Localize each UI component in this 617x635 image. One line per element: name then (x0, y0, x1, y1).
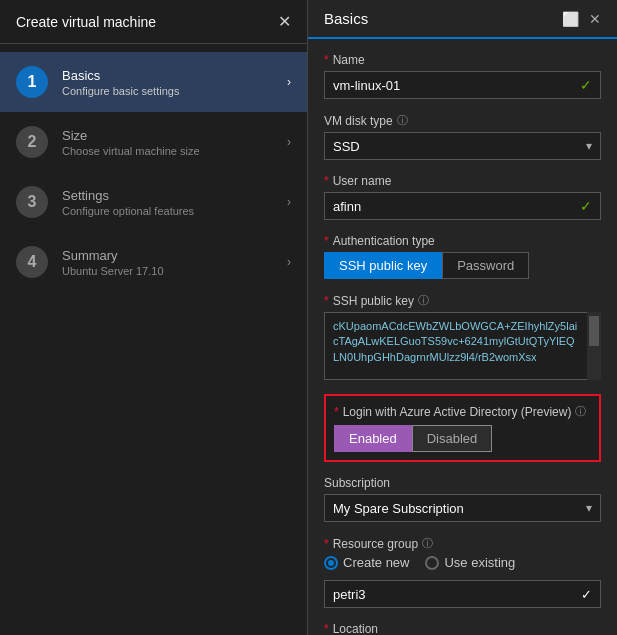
name-check-icon: ✓ (580, 77, 592, 93)
step-number-1: 1 (16, 66, 48, 98)
ssh-key-info-icon[interactable]: ⓘ (418, 293, 429, 308)
right-panel: Basics ⬜ ✕ * Name vm-linux-01 ✓ VM disk … (308, 0, 617, 635)
right-header: Basics ⬜ ✕ (308, 0, 617, 39)
aad-disabled-button[interactable]: Disabled (412, 425, 493, 452)
auth-type-label-text: Authentication type (333, 234, 435, 248)
username-value: afinn (333, 199, 361, 214)
create-new-radio-label: Create new (343, 555, 409, 570)
ssh-scroll-thumb (589, 316, 599, 346)
step-subtitle-4: Ubuntu Server 17.10 (62, 265, 287, 277)
vm-disk-type-label-text: VM disk type (324, 114, 393, 128)
subscription-select[interactable]: My Spare Subscription ▾ (324, 494, 601, 522)
left-panel-title: Create virtual machine (16, 14, 156, 30)
aad-label: * Login with Azure Active Directory (Pre… (334, 404, 591, 419)
step-number-3: 3 (16, 186, 48, 218)
resource-group-radio-group: Create new Use existing (324, 555, 601, 570)
subscription-value: My Spare Subscription (333, 501, 464, 516)
step-subtitle-2: Choose virtual machine size (62, 145, 287, 157)
right-header-actions: ⬜ ✕ (562, 11, 601, 27)
subscription-group: Subscription My Spare Subscription ▾ (324, 476, 601, 522)
step-item-summary[interactable]: 4 Summary Ubuntu Server 17.10 › (0, 232, 307, 292)
step-item-basics[interactable]: 1 Basics Configure basic settings › (0, 52, 307, 112)
username-input[interactable]: afinn ✓ (324, 192, 601, 220)
ssh-public-key-button[interactable]: SSH public key (324, 252, 442, 279)
subscription-label: Subscription (324, 476, 601, 490)
subscription-chevron-icon: ▾ (586, 501, 592, 515)
aad-info-icon[interactable]: ⓘ (575, 404, 586, 419)
step-title-1: Basics (62, 68, 287, 83)
step-list: 1 Basics Configure basic settings › 2 Si… (0, 44, 307, 635)
step-item-settings[interactable]: 3 Settings Configure optional features › (0, 172, 307, 232)
step-subtitle-1: Configure basic settings (62, 85, 287, 97)
ssh-scrollbar[interactable] (587, 312, 601, 380)
vm-disk-type-chevron-icon: ▾ (586, 139, 592, 153)
auth-type-required-star: * (324, 234, 329, 248)
right-panel-title: Basics (324, 10, 368, 27)
aad-buttons-group: Enabled Disabled (334, 425, 591, 452)
ssh-key-wrapper: cKUpaomACdcEWbZWLbOWGCA+ZEIhyhlZy5laicTA… (324, 312, 601, 380)
use-existing-radio[interactable]: Use existing (425, 555, 515, 570)
step-info-1: Basics Configure basic settings (62, 68, 287, 97)
vm-disk-type-group: VM disk type ⓘ SSD ▾ (324, 113, 601, 160)
create-new-radio-circle (324, 556, 338, 570)
left-panel: Create virtual machine ✕ 1 Basics Config… (0, 0, 308, 635)
step-chevron-2: › (287, 135, 291, 149)
ssh-key-group: * SSH public key ⓘ cKUpaomACdcEWbZWLbOWG… (324, 293, 601, 380)
resource-group-value: petri3 (333, 587, 366, 602)
form-scroll: * Name vm-linux-01 ✓ VM disk type ⓘ SSD … (308, 39, 617, 635)
username-required-star: * (324, 174, 329, 188)
ssh-key-label-text: SSH public key (333, 294, 414, 308)
auth-buttons-group: SSH public key Password (324, 252, 601, 279)
create-new-radio[interactable]: Create new (324, 555, 409, 570)
aad-enabled-button[interactable]: Enabled (334, 425, 412, 452)
vm-disk-type-label: VM disk type ⓘ (324, 113, 601, 128)
name-label: * Name (324, 53, 601, 67)
left-panel-close-button[interactable]: ✕ (278, 12, 291, 31)
name-required-star: * (324, 53, 329, 67)
location-group: * Location North Europe ▾ (324, 622, 601, 635)
use-existing-radio-circle (425, 556, 439, 570)
step-chevron-4: › (287, 255, 291, 269)
name-value: vm-linux-01 (333, 78, 400, 93)
ssh-key-required-star: * (324, 294, 329, 308)
use-existing-radio-label: Use existing (444, 555, 515, 570)
step-number-2: 2 (16, 126, 48, 158)
step-title-2: Size (62, 128, 287, 143)
auth-type-group: * Authentication type SSH public key Pas… (324, 234, 601, 279)
vm-disk-type-value: SSD (333, 139, 360, 154)
step-info-3: Settings Configure optional features (62, 188, 287, 217)
auth-type-label: * Authentication type (324, 234, 601, 248)
username-check-icon: ✓ (580, 198, 592, 214)
username-group: * User name afinn ✓ (324, 174, 601, 220)
location-label: * Location (324, 622, 601, 635)
aad-label-text: Login with Azure Active Directory (Previ… (343, 405, 572, 419)
subscription-label-text: Subscription (324, 476, 390, 490)
name-input[interactable]: vm-linux-01 ✓ (324, 71, 601, 99)
name-label-text: Name (333, 53, 365, 67)
step-subtitle-3: Configure optional features (62, 205, 287, 217)
step-title-3: Settings (62, 188, 287, 203)
step-number-4: 4 (16, 246, 48, 278)
ssh-key-input[interactable]: cKUpaomACdcEWbZWLbOWGCA+ZEIhyhlZy5laicTA… (324, 312, 601, 380)
step-item-size[interactable]: 2 Size Choose virtual machine size › (0, 112, 307, 172)
location-required-star: * (324, 622, 329, 635)
resource-group-required-star: * (324, 537, 329, 551)
name-group: * Name vm-linux-01 ✓ (324, 53, 601, 99)
left-header: Create virtual machine ✕ (0, 0, 307, 44)
maximize-button[interactable]: ⬜ (562, 11, 579, 27)
vm-disk-type-select[interactable]: SSD ▾ (324, 132, 601, 160)
username-label-text: User name (333, 174, 392, 188)
resource-group-label: * Resource group ⓘ (324, 536, 601, 551)
aad-section: * Login with Azure Active Directory (Pre… (324, 394, 601, 462)
step-title-4: Summary (62, 248, 287, 263)
aad-required-star: * (334, 405, 339, 419)
password-button[interactable]: Password (442, 252, 529, 279)
resource-group-input[interactable]: petri3 ✓ (324, 580, 601, 608)
resource-group-info-icon[interactable]: ⓘ (422, 536, 433, 551)
step-chevron-3: › (287, 195, 291, 209)
resource-group-check-icon: ✓ (581, 587, 592, 602)
right-panel-close-button[interactable]: ✕ (589, 11, 601, 27)
vm-disk-type-info-icon[interactable]: ⓘ (397, 113, 408, 128)
ssh-key-label: * SSH public key ⓘ (324, 293, 601, 308)
step-info-2: Size Choose virtual machine size (62, 128, 287, 157)
